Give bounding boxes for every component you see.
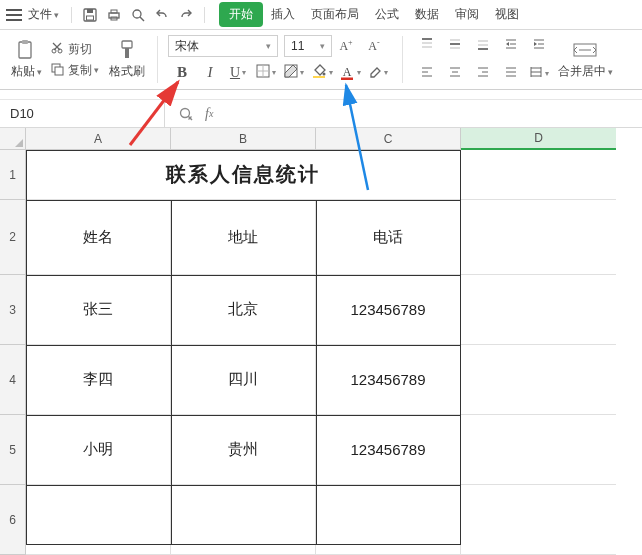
file-menu[interactable]: 文件 ▾ (28, 6, 59, 23)
cell-d3[interactable] (461, 275, 616, 345)
cell-a6[interactable] (26, 485, 171, 555)
fill-color-button[interactable] (310, 61, 334, 85)
font-group: 宋体 ▾ 11 ▾ A+ A- B I U (162, 30, 398, 89)
tab-formula[interactable]: 公式 (367, 1, 407, 28)
cell-d1[interactable] (461, 150, 616, 200)
copy-icon (50, 62, 64, 79)
cell-c3[interactable]: 123456789 (316, 275, 461, 345)
format-painter-button[interactable]: 格式刷 (107, 39, 147, 80)
indent-decrease-icon (504, 37, 518, 54)
col-header-c[interactable]: C (316, 128, 461, 150)
cell-d4[interactable] (461, 345, 616, 415)
indent-decrease-button[interactable] (499, 34, 523, 58)
svg-rect-8 (19, 42, 31, 58)
tab-view[interactable]: 视图 (487, 1, 527, 28)
tab-insert[interactable]: 插入 (263, 1, 303, 28)
cell-b5[interactable]: 贵州 (171, 415, 316, 485)
paste-button[interactable]: 粘贴▾ (6, 39, 46, 80)
font-name-select[interactable]: 宋体 ▾ (168, 35, 278, 57)
chevron-down-icon: ▾ (608, 67, 613, 77)
underline-button[interactable]: U (226, 61, 250, 85)
cell-b4[interactable]: 四川 (171, 345, 316, 415)
align-top-icon (420, 37, 434, 54)
cell-a1-merged[interactable]: 联系人信息统计 (26, 150, 461, 200)
cell-b6[interactable] (171, 485, 316, 555)
distribute-button[interactable] (527, 62, 551, 86)
col-header-d[interactable]: D (461, 128, 616, 150)
justify-button[interactable] (499, 62, 523, 86)
col-header-b[interactable]: B (171, 128, 316, 150)
ribbon-tabs: 开始 插入 页面布局 公式 数据 审阅 视图 (219, 1, 527, 28)
chevron-down-icon: ▾ (266, 41, 271, 51)
tab-review[interactable]: 审阅 (447, 1, 487, 28)
bold-button[interactable]: B (170, 61, 194, 85)
save-icon[interactable] (83, 8, 97, 22)
increase-font-button[interactable]: A+ (334, 34, 358, 58)
cell-style-button[interactable] (282, 61, 306, 85)
cancel-formula-icon[interactable] (179, 107, 193, 121)
align-center-button[interactable] (443, 62, 467, 86)
cell-a4[interactable]: 李四 (26, 345, 171, 415)
cell-c6[interactable] (316, 485, 461, 555)
cell-a3[interactable]: 张三 (26, 275, 171, 345)
decrease-font-button[interactable]: A- (362, 34, 386, 58)
svg-line-7 (140, 17, 144, 21)
paintbrush-icon (116, 39, 138, 61)
tab-data[interactable]: 数据 (407, 1, 447, 28)
indent-increase-button[interactable] (527, 34, 551, 58)
print-icon[interactable] (107, 8, 121, 22)
svg-rect-9 (22, 40, 28, 44)
row-header-1[interactable]: 1 (0, 150, 26, 200)
cell-b3[interactable]: 北京 (171, 275, 316, 345)
merge-center-button[interactable]: 合并居中▾ (557, 39, 613, 80)
tab-page-layout[interactable]: 页面布局 (303, 1, 367, 28)
svg-rect-1 (87, 9, 93, 13)
undo-icon[interactable] (155, 8, 169, 22)
align-top-button[interactable] (415, 34, 439, 58)
font-size-select[interactable]: 11 ▾ (284, 35, 332, 57)
menu-icon[interactable] (6, 9, 22, 21)
col-header-a[interactable]: A (26, 128, 171, 150)
row-header-3[interactable]: 3 (0, 275, 26, 345)
borders-icon (256, 64, 270, 81)
separator (71, 7, 72, 23)
italic-button[interactable]: I (198, 61, 222, 85)
redo-icon[interactable] (179, 8, 193, 22)
eraser-icon (368, 64, 382, 81)
align-middle-button[interactable] (443, 34, 467, 58)
svg-point-22 (323, 73, 326, 76)
cell-d5[interactable] (461, 415, 616, 485)
cell-b2[interactable]: 地址 (171, 200, 316, 275)
separator (402, 36, 403, 83)
print-preview-icon[interactable] (131, 8, 145, 22)
cell-d6[interactable] (461, 485, 616, 555)
copy-button[interactable]: 复制▾ (50, 62, 99, 79)
fx-icon[interactable]: fx (205, 106, 213, 122)
align-bottom-button[interactable] (471, 34, 495, 58)
svg-rect-25 (341, 77, 353, 80)
select-all-button[interactable] (0, 128, 26, 150)
align-left-button[interactable] (415, 62, 439, 86)
font-color-button[interactable]: A (338, 61, 362, 85)
cut-button[interactable]: 剪切 (50, 41, 99, 58)
cell-a5[interactable]: 小明 (26, 415, 171, 485)
cell-c4[interactable]: 123456789 (316, 345, 461, 415)
row-header-6[interactable]: 6 (0, 485, 26, 555)
row-header-5[interactable]: 5 (0, 415, 26, 485)
distribute-icon (529, 65, 543, 82)
borders-button[interactable] (254, 61, 278, 85)
cell-a2[interactable]: 姓名 (26, 200, 171, 275)
clear-format-button[interactable] (366, 61, 390, 85)
bold-icon: B (177, 64, 187, 81)
name-box[interactable]: D10 (0, 100, 165, 128)
cell-d2[interactable] (461, 200, 616, 275)
row-header-2[interactable]: 2 (0, 200, 26, 275)
svg-rect-4 (111, 10, 117, 13)
tab-start[interactable]: 开始 (219, 2, 263, 27)
chevron-down-icon: ▾ (54, 10, 59, 20)
cell-style-icon (284, 64, 298, 81)
row-header-4[interactable]: 4 (0, 345, 26, 415)
cell-c5[interactable]: 123456789 (316, 415, 461, 485)
cell-c2[interactable]: 电话 (316, 200, 461, 275)
align-right-button[interactable] (471, 62, 495, 86)
